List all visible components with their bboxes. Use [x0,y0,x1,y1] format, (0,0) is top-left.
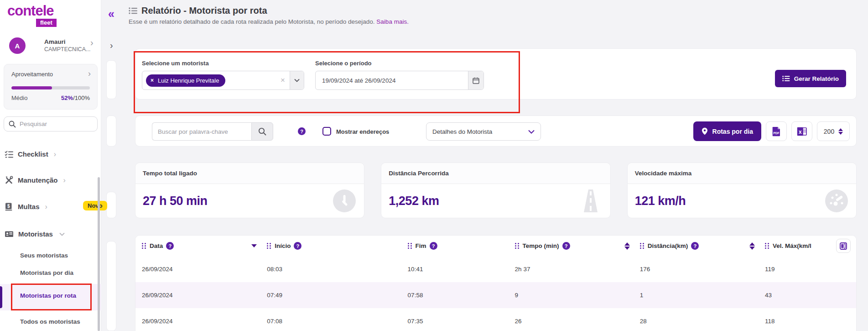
page-size-stepper[interactable]: 200 [817,121,850,141]
sidebar-item-multas[interactable]: $ Multas › Novo [5,202,47,211]
sidebar-scrollbar[interactable] [98,177,100,331]
sidebar-search[interactable] [4,116,98,131]
column-label: Início [275,242,291,249]
keyword-search [152,122,273,141]
search-icon [258,127,266,136]
collapsed-panel-edge [106,60,116,99]
drag-handle-icon[interactable] [515,243,520,249]
aproveitamento-chevron-icon[interactable]: › [88,69,91,79]
aproveitamento-score: 52%/100% [61,95,90,101]
column-picker-button[interactable] [836,239,851,253]
sort-desc-icon[interactable] [251,244,257,247]
fleet-badge: fleet [36,19,57,27]
toolbar-right-group: Rotas por dia PDF x 200 [693,121,850,141]
drag-handle-icon[interactable] [408,243,412,249]
export-pdf-button[interactable]: PDF [766,121,787,141]
chevron-right-icon: › [45,203,47,211]
column-header-tempo[interactable]: Tempo (min) ? [515,242,640,250]
summary-card-tempo: Tempo total ligado 27 h 50 min [135,163,364,218]
details-select[interactable]: Detalhes do Motorista [426,122,541,141]
collapsed-panel-edge [106,192,116,218]
score-total: /100% [73,95,90,101]
fine-dollar-icon: $ [5,202,13,211]
calendar-button[interactable] [468,71,483,89]
sort-updown-icon[interactable] [749,242,755,250]
help-icon[interactable]: ? [562,242,570,250]
user-company: CAMPTECNICA... [44,46,90,53]
page-size-value: 200 [824,128,834,135]
app-window: contele fleet A Amauri CAMPTECNICA... › … [0,0,868,331]
cell-data: 26/09/2024 [142,292,267,299]
collapsed-panel-edge [106,116,116,147]
subtitle-text: Esse é um relatório detalhado de cada ro… [129,18,375,25]
cell-fim: 07:35 [408,318,515,325]
expand-panel-icon[interactable]: › [110,40,113,51]
sidebar-item-checklist[interactable]: Checklist › [5,150,56,158]
sidebar-item-seus-motoristas[interactable]: Seus motoristas [20,252,68,259]
keyword-search-input[interactable] [152,122,251,141]
clock-icon [332,189,357,213]
saiba-mais-link[interactable]: Saiba mais. [376,18,409,25]
sidebar-item-manutencao[interactable]: Manutenção › [5,176,66,184]
driver-select-label: Selecione um motorista [142,60,209,67]
drag-handle-icon[interactable] [267,243,271,249]
cell-data: 26/09/2024 [142,318,267,325]
column-header-data[interactable]: Data ? [142,242,267,250]
main-content: « › Relatório - Motorista por rota Esse … [101,0,868,331]
contele-logo: contele [7,3,54,19]
chevron-right-icon: › [54,150,56,158]
column-header-fim[interactable]: Fim ? [408,242,515,250]
period-value: 19/09/2024 até 26/09/2024 [316,77,395,84]
sort-updown-icon[interactable] [624,242,630,250]
help-icon[interactable]: ? [166,242,174,250]
drag-handle-icon[interactable] [640,243,645,249]
drag-handle-icon[interactable] [142,243,146,249]
driver-select-caret[interactable] [290,71,304,89]
help-icon[interactable]: ? [430,242,437,250]
sidebar-item-motoristas-por-dia[interactable]: Motoristas por dia [20,269,73,276]
show-addresses-checkbox[interactable] [322,127,331,136]
cell-vel-max: 43 [765,292,850,299]
report-list-icon [129,7,138,15]
user-chevron-icon[interactable]: › [90,37,94,48]
help-icon[interactable]: ? [294,242,301,250]
cell-distancia: 28 [640,318,765,325]
chevron-down-icon [59,232,65,236]
clear-select-icon[interactable]: × [276,76,290,85]
cell-vel-max: 119 [765,266,850,273]
cell-distancia: 176 [640,266,765,273]
active-indicator-bar [0,286,2,308]
avatar: A [9,37,26,54]
score-value: 52% [61,95,73,101]
search-button[interactable] [251,122,273,141]
sidebar-item-motoristas-por-rota[interactable]: Motoristas por rota [20,292,76,299]
remove-driver-icon[interactable]: × [151,77,154,84]
column-header-distancia[interactable]: Distância(km) ? [640,242,765,250]
summary-card-value: 27 h 50 min [143,194,208,208]
cell-inicio: 07:49 [267,292,407,299]
cell-tempo: 2h 37 [515,266,640,273]
calendar-icon [473,77,479,84]
column-header-inicio[interactable]: Início ? [267,242,407,250]
help-icon[interactable]: ? [691,242,699,250]
sidebar-item-todos-os-motoristas[interactable]: Todos os motoristas [20,318,80,325]
sidebar-item-motoristas[interactable]: Motoristas [5,230,65,238]
generate-report-button[interactable]: Gerar Relatório [775,70,846,87]
checklist-icon [5,150,13,158]
driver-select[interactable]: × Luiz Henrique Previtale × [142,71,304,90]
help-icon[interactable]: ? [298,127,306,135]
export-excel-button[interactable]: x [791,121,812,141]
table-row: 26/09/2024 07:08 07:35 26 28 118 [135,308,856,331]
sidebar: contele fleet A Amauri CAMPTECNICA... › … [0,0,101,331]
routes-per-day-button[interactable]: Rotas por dia [693,121,761,141]
period-select-label: Selecione o período [315,60,372,67]
column-label: Distância(km) [648,242,688,249]
aproveitamento-title: Aproveitamento [11,71,53,78]
collapse-panel-icon[interactable]: « [108,7,114,21]
drag-handle-icon[interactable] [765,243,769,249]
pdf-icon: PDF [772,126,781,137]
collapsed-panel-edge [106,241,116,331]
period-date-input[interactable]: 19/09/2024 até 26/09/2024 [315,71,484,90]
progress-fill [11,86,52,89]
sidebar-search-input[interactable] [20,121,88,127]
